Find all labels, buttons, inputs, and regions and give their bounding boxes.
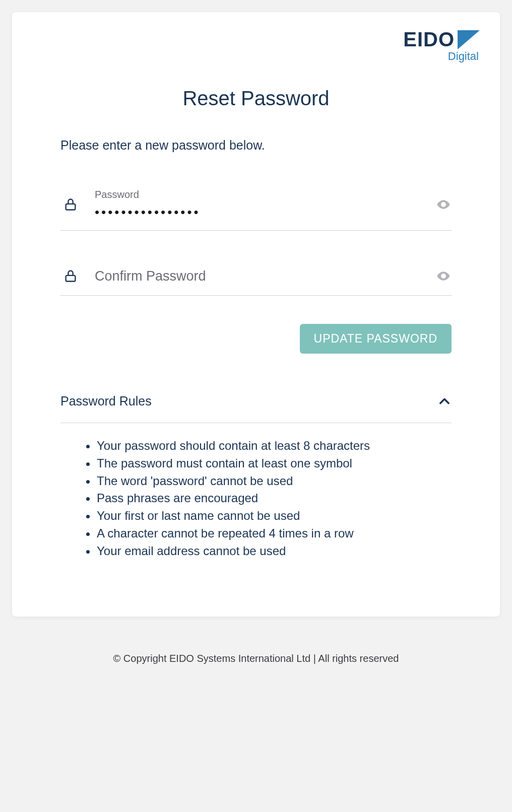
page-title: Reset Password xyxy=(32,87,480,110)
password-field: Password xyxy=(60,181,452,231)
lock-icon xyxy=(62,195,79,214)
password-rules-heading: Password Rules xyxy=(60,394,152,409)
logo-container: EIDO Digital xyxy=(32,28,480,63)
button-row: UPDATE PASSWORD xyxy=(60,324,452,354)
instruction-text: Please enter a new password below. xyxy=(60,138,452,153)
brand-subtitle: Digital xyxy=(448,50,479,63)
password-label: Password xyxy=(95,189,427,200)
password-field-body: Password xyxy=(95,189,427,220)
brand-name: EIDO xyxy=(403,28,455,51)
lock-icon xyxy=(62,267,79,285)
svg-rect-0 xyxy=(66,204,76,210)
confirm-password-field: Confirm Password xyxy=(60,259,452,296)
reset-password-card: EIDO Digital Reset Password Please enter… xyxy=(12,12,500,617)
brand-logo: EIDO Digital xyxy=(403,28,480,63)
chevron-up-icon xyxy=(437,394,452,409)
password-visibility-toggle[interactable] xyxy=(435,196,452,213)
password-rule-item: The word 'password' cannot be used xyxy=(97,472,452,490)
update-password-button[interactable]: UPDATE PASSWORD xyxy=(300,324,452,354)
password-rule-item: Your email address cannot be used xyxy=(97,543,452,560)
password-input[interactable] xyxy=(95,205,427,220)
password-rules-toggle[interactable]: Password Rules xyxy=(60,394,452,423)
logo-top-row: EIDO xyxy=(403,28,480,51)
password-rule-item: Your first or last name cannot be used xyxy=(97,507,452,525)
form-content: Please enter a new password below. Passw… xyxy=(32,138,480,560)
password-rule-item: Your password should contain at least 8 … xyxy=(97,437,452,455)
confirm-password-input[interactable] xyxy=(95,268,427,284)
password-rule-item: Pass phrases are encouraged xyxy=(97,490,452,507)
password-rules-list: Your password should contain at least 8 … xyxy=(60,437,452,560)
password-rule-item: A character cannot be repeated 4 times i… xyxy=(97,525,452,543)
password-rule-item: The password must contain at least one s… xyxy=(97,455,452,472)
confirm-password-visibility-toggle[interactable] xyxy=(435,268,452,284)
svg-point-3 xyxy=(442,275,445,278)
svg-point-1 xyxy=(442,204,445,206)
svg-rect-2 xyxy=(66,276,76,282)
confirm-password-field-body: Confirm Password xyxy=(95,268,427,284)
brand-triangle-icon xyxy=(458,30,480,49)
footer-copyright: © Copyright EIDO Systems International L… xyxy=(12,653,500,664)
